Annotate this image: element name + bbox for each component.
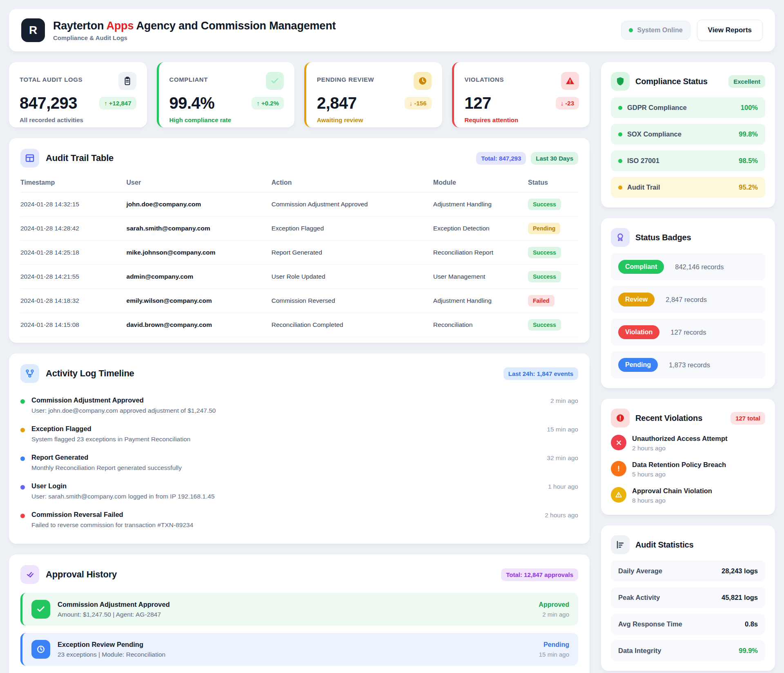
cell-timestamp: 2024-01-28 14:21:55 xyxy=(20,265,127,289)
section-title: Approval History xyxy=(46,569,494,580)
event-dot-icon xyxy=(20,428,25,432)
stat-subtitle: Requires attention xyxy=(465,116,579,123)
status-badges-card: Status Badges Compliant 842,146 records … xyxy=(601,218,775,388)
stat-delta-badge: ↑ +0.2% xyxy=(252,97,284,110)
pending-badge: Pending xyxy=(618,358,658,372)
compliance-value: 99.8% xyxy=(739,130,758,138)
cell-module: Reconciliation Report xyxy=(433,241,528,265)
statistic-value: 99.9% xyxy=(739,647,758,655)
statistic-value: 0.8s xyxy=(745,620,758,628)
event-dot-icon xyxy=(20,485,25,490)
event-time: 15 min ago xyxy=(547,425,578,443)
cell-action: User Role Updated xyxy=(272,265,433,289)
badge-count: 2,847 records xyxy=(666,296,707,304)
cell-timestamp: 2024-01-28 14:32:15 xyxy=(20,192,127,217)
double-check-icon xyxy=(20,565,39,584)
violation-title: Unauthorized Access Attempt xyxy=(632,435,727,443)
stat-label: TOTAL AUDIT LOGS xyxy=(20,72,82,83)
card-title: Status Badges xyxy=(635,233,765,242)
exclamation-circle-icon xyxy=(611,461,626,476)
table-row: 2024-01-28 14:21:55 admin@company.com Us… xyxy=(20,265,578,289)
timeline-event: Report Generated Monthly Reconciliation … xyxy=(20,448,578,477)
badge-count: 127 records xyxy=(670,329,706,336)
table-row: 2024-01-28 14:28:42 sarah.smith@company.… xyxy=(20,217,578,241)
event-title: Report Generated xyxy=(31,454,182,461)
compliance-item: SOX Compliance 99.8% xyxy=(611,124,765,145)
status-badge: Pending xyxy=(528,223,560,234)
cell-user: david.brown@company.com xyxy=(127,313,272,337)
cell-module: Exception Detection xyxy=(433,217,528,241)
timeline-event: Commission Adjustment Approved User: joh… xyxy=(20,391,578,420)
violation-title: Data Retention Policy Breach xyxy=(632,461,726,469)
stat-delta-badge: ↓ -156 xyxy=(405,97,432,110)
timeline-event: Commission Reversal Failed Failed to rev… xyxy=(20,505,578,534)
cell-timestamp: 2024-01-28 14:25:18 xyxy=(20,241,127,265)
cell-user: sarah.smith@company.com xyxy=(127,217,272,241)
section-title: Audit Trail Table xyxy=(46,153,470,163)
table-row: 2024-01-28 14:25:18 mike.johnson@company… xyxy=(20,241,578,265)
cell-action: Exception Flagged xyxy=(272,217,433,241)
statistic-label: Data Integrity xyxy=(618,647,661,655)
status-dot-icon xyxy=(618,159,622,163)
status-badge: Failed xyxy=(528,295,554,306)
table-row: 2024-01-28 14:15:08 david.brown@company.… xyxy=(20,313,578,337)
event-description: Monthly Reconciliation Report generated … xyxy=(31,464,182,472)
table-row: 2024-01-28 14:18:32 emily.wilson@company… xyxy=(20,289,578,313)
violation-badge: Violation xyxy=(618,325,659,339)
badge-row: Pending 1,873 records xyxy=(611,351,765,378)
online-dot-icon xyxy=(629,28,633,32)
stat-card-total-audit-logs: TOTAL AUDIT LOGS 847,293 ↑ +12,847 All r… xyxy=(9,62,147,127)
cell-timestamp: 2024-01-28 14:18:32 xyxy=(20,289,127,313)
audit-trail-table: Timestamp User Action Module Status 2024… xyxy=(20,174,578,337)
table-row: 2024-01-28 14:32:15 john.doe@company.com… xyxy=(20,192,578,217)
clock-icon xyxy=(31,640,50,659)
compliance-label: SOX Compliance xyxy=(627,130,682,138)
status-badge: Success xyxy=(528,247,561,258)
cell-timestamp: 2024-01-28 14:15:08 xyxy=(20,313,127,337)
approval-detail: Amount: $1,247.50 | Agent: AG-2847 xyxy=(58,611,170,618)
total-records-badge: Total: 847,293 xyxy=(476,152,526,165)
cell-action: Commission Adjustment Approved xyxy=(272,192,433,217)
statistic-value: 45,821 logs xyxy=(722,594,758,601)
compliance-value: 98.5% xyxy=(739,157,758,165)
section-title: Activity Log Timeline xyxy=(46,368,497,379)
badge-row: Review 2,847 records xyxy=(611,286,765,313)
badge-row: Violation 127 records xyxy=(611,319,765,346)
event-dot-icon xyxy=(20,456,25,461)
view-reports-button[interactable]: View Reports xyxy=(697,20,763,41)
compliance-item: GDPR Compliance 100% xyxy=(611,97,765,118)
stat-value: 847,293 xyxy=(20,94,77,112)
statistic-row: Peak Activity 45,821 logs xyxy=(611,587,765,608)
system-status-badge: System Online xyxy=(621,21,690,40)
check-icon xyxy=(266,72,284,90)
event-title: User Login xyxy=(31,482,215,490)
violation-item: Data Retention Policy Breach 5 hours ago xyxy=(611,461,765,478)
page-title: Rayterton Apps Agency and Commission Man… xyxy=(53,20,336,32)
card-title: Recent Violations xyxy=(635,414,725,423)
approvals-total-badge: Total: 12,847 approvals xyxy=(501,568,578,581)
approval-item: Exception Review Pending 23 exceptions |… xyxy=(20,633,578,666)
alert-circle-icon xyxy=(611,409,630,427)
clipboard-icon xyxy=(118,72,136,90)
logo-letter: R xyxy=(29,24,37,37)
stat-delta-badge: ↓ -23 xyxy=(556,97,579,110)
compliance-value: 95.2% xyxy=(739,183,758,191)
badge-count: 842,146 records xyxy=(675,263,724,271)
shield-icon xyxy=(611,72,630,91)
status-badge: Success xyxy=(528,271,561,282)
stat-subtitle: Awaiting review xyxy=(317,116,432,123)
check-icon xyxy=(31,600,50,619)
bar-chart-icon xyxy=(611,535,630,554)
violation-time: 2 hours ago xyxy=(632,445,727,452)
status-dot-icon xyxy=(618,106,622,110)
event-description: User: john.doe@company.com approved adju… xyxy=(31,407,216,414)
stat-subtitle: High compliance rate xyxy=(169,116,284,123)
compliance-rating-badge: Excellent xyxy=(728,75,765,88)
stat-label: PENDING REVIEW xyxy=(317,72,374,83)
statistic-label: Daily Average xyxy=(618,567,662,575)
stat-value: 127 xyxy=(465,94,491,112)
status-dot-icon xyxy=(618,186,622,190)
event-dot-icon xyxy=(20,514,25,518)
dashboard-page: R Rayterton Apps Agency and Commission M… xyxy=(0,0,784,673)
column-header-action: Action xyxy=(272,174,433,192)
